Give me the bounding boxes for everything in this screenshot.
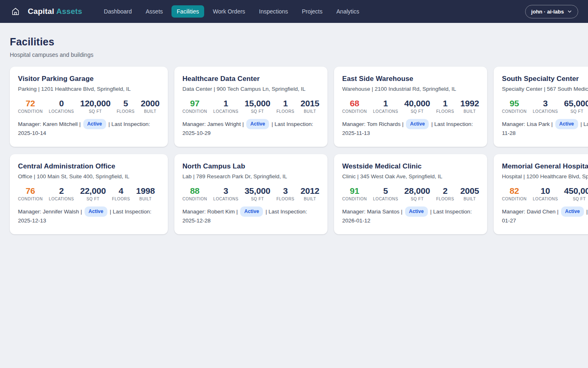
manager-text: Manager: Jennifer Walsh |	[18, 209, 82, 215]
stat-value: 95	[502, 99, 527, 108]
facility-card[interactable]: Westside Medical Clinic Clinic | 345 Wes…	[334, 154, 487, 234]
stat-floors: 4FLOORS	[112, 186, 130, 201]
stat-floors: 3FLOORS	[276, 186, 294, 201]
stat-floors: 5FLOORS	[117, 99, 135, 114]
facility-card[interactable]: North Campus Lab Lab | 789 Research Park…	[174, 154, 327, 234]
nav-item-dashboard[interactable]: Dashboard	[98, 5, 137, 18]
stat-label: FLOORS	[117, 109, 135, 114]
stat-label: SQ FT	[404, 109, 430, 114]
stat-label: CONDITION	[342, 197, 367, 201]
stat-value: 1	[436, 99, 454, 108]
stat-value: 40,000	[404, 99, 430, 108]
stat-sq-ft: 22,000SQ FT	[80, 186, 106, 201]
stat-value: 3	[213, 186, 238, 195]
stat-value: 28,000	[404, 186, 430, 195]
main-content: Facilities Hospital campuses and buildin…	[0, 23, 588, 244]
manager-text: Manager: Robert Kim |	[183, 209, 238, 215]
nav-item-analytics[interactable]: Analytics	[331, 5, 365, 18]
stat-value: 2015	[301, 99, 319, 108]
nav-item-facilities[interactable]: Facilities	[172, 5, 204, 18]
facility-address: Specialty Center | 567 South Medical Way…	[502, 85, 588, 93]
stat-label: CONDITION	[18, 109, 43, 114]
user-menu-label: john · ai-labs	[531, 9, 564, 15]
stat-value: 450,000	[564, 186, 588, 195]
facility-meta: Manager: Karen Mitchell |Active| Last In…	[18, 119, 160, 138]
home-button[interactable]	[10, 6, 21, 17]
manager-text: Manager: Tom Richards |	[342, 121, 403, 127]
facility-stats: 95CONDITION3LOCATIONS65,000SQ FT3FLOORS2…	[502, 99, 588, 114]
stat-value: 91	[342, 186, 367, 195]
stat-label: FLOORS	[276, 109, 294, 114]
facility-address: Clinic | 345 West Oak Ave, Springfield, …	[342, 173, 479, 180]
stat-label: SQ FT	[245, 197, 270, 201]
facility-address: Lab | 789 Research Park Dr, Springfield,…	[183, 173, 319, 180]
stat-label: FLOORS	[436, 197, 454, 201]
stat-condition: 76CONDITION	[18, 186, 43, 201]
app-logo: CapitalAssets	[28, 7, 82, 16]
nav-item-assets[interactable]: Assets	[140, 5, 168, 18]
user-menu-button[interactable]: john · ai-labs	[525, 5, 578, 18]
stat-label: LOCATIONS	[533, 197, 558, 201]
facility-meta: Manager: Tom Richards |Active| Last Insp…	[342, 119, 479, 138]
stat-label: LOCATIONS	[373, 109, 399, 114]
stat-floors: 2FLOORS	[436, 186, 454, 201]
stat-value: 2	[49, 186, 74, 195]
stat-condition: 95CONDITION	[502, 99, 527, 114]
stat-label: FLOORS	[112, 197, 130, 201]
stat-label: CONDITION	[183, 109, 207, 114]
stat-locations: 2LOCATIONS	[49, 186, 74, 201]
stat-label: LOCATIONS	[49, 109, 74, 114]
nav-item-projects[interactable]: Projects	[296, 5, 328, 18]
stat-label: SQ FT	[564, 197, 588, 201]
main-nav: DashboardAssetsFacilitiesWork OrdersInsp…	[98, 5, 365, 18]
stat-value: 10	[533, 186, 558, 195]
stat-sq-ft: 15,000SQ FT	[245, 99, 270, 114]
facility-address: Data Center | 900 Tech Campus Ln, Spring…	[183, 85, 319, 93]
facility-card[interactable]: Healthcare Data Center Data Center | 900…	[174, 67, 327, 147]
facility-name: Visitor Parking Garage	[18, 75, 160, 83]
stat-value: 1998	[136, 186, 155, 195]
stat-value: 22,000	[80, 186, 106, 195]
stat-value: 2000	[141, 99, 160, 108]
facility-card[interactable]: Visitor Parking Garage Parking | 1201 He…	[10, 67, 168, 147]
facility-meta: Manager: James Wright |Active| Last Insp…	[183, 119, 319, 138]
stat-value: 1992	[460, 99, 479, 108]
facility-address: Hospital | 1200 Healthcare Blvd, Springf…	[502, 173, 588, 180]
stat-label: SQ FT	[80, 109, 111, 114]
logo-part-2: Assets	[56, 7, 82, 16]
stat-sq-ft: 28,000SQ FT	[404, 186, 430, 201]
stat-label: SQ FT	[80, 197, 106, 201]
stat-value: 1	[276, 99, 294, 108]
stat-value: 35,000	[245, 186, 270, 195]
facility-address: Parking | 1201 Healthcare Blvd, Springfi…	[18, 85, 160, 93]
stat-value: 76	[18, 186, 43, 195]
stat-value: 65,000	[564, 99, 588, 108]
facility-card[interactable]: Memorial General Hospital Hospital | 120…	[494, 154, 588, 234]
stat-built: 1998BUILT	[136, 186, 155, 201]
facility-address: Warehouse | 2100 Industrial Rd, Springfi…	[342, 85, 479, 93]
stat-label: CONDITION	[342, 109, 367, 114]
stat-locations: 3LOCATIONS	[533, 99, 558, 114]
facility-card[interactable]: East Side Warehouse Warehouse | 2100 Ind…	[334, 67, 487, 147]
home-icon	[11, 7, 20, 16]
facility-meta: Manager: Lisa Park |Active| Last Inspect…	[502, 119, 588, 138]
stat-value: 0	[49, 99, 74, 108]
stat-value: 97	[183, 99, 207, 108]
nav-item-work-orders[interactable]: Work Orders	[207, 5, 250, 18]
status-badge: Active	[240, 206, 263, 217]
chevron-down-icon	[567, 9, 572, 14]
facility-stats: 97CONDITION1LOCATIONS15,000SQ FT1FLOORS2…	[183, 99, 319, 114]
facility-name: Westside Medical Clinic	[342, 162, 479, 171]
stat-value: 1	[373, 99, 399, 108]
stat-locations: 10LOCATIONS	[533, 186, 558, 201]
stat-label: LOCATIONS	[533, 109, 558, 114]
stat-sq-ft: 65,000SQ FT	[564, 99, 588, 114]
stat-label: BUILT	[301, 197, 319, 201]
status-badge: Active	[83, 119, 106, 129]
nav-item-inspections[interactable]: Inspections	[254, 5, 293, 18]
facility-card[interactable]: Central Administration Office Office | 1…	[10, 154, 168, 234]
facility-stats: 68CONDITION1LOCATIONS40,000SQ FT1FLOORS1…	[342, 99, 479, 114]
stat-value: 4	[112, 186, 130, 195]
facility-card[interactable]: South Specialty Center Specialty Center …	[494, 67, 588, 147]
stat-value: 15,000	[245, 99, 270, 108]
